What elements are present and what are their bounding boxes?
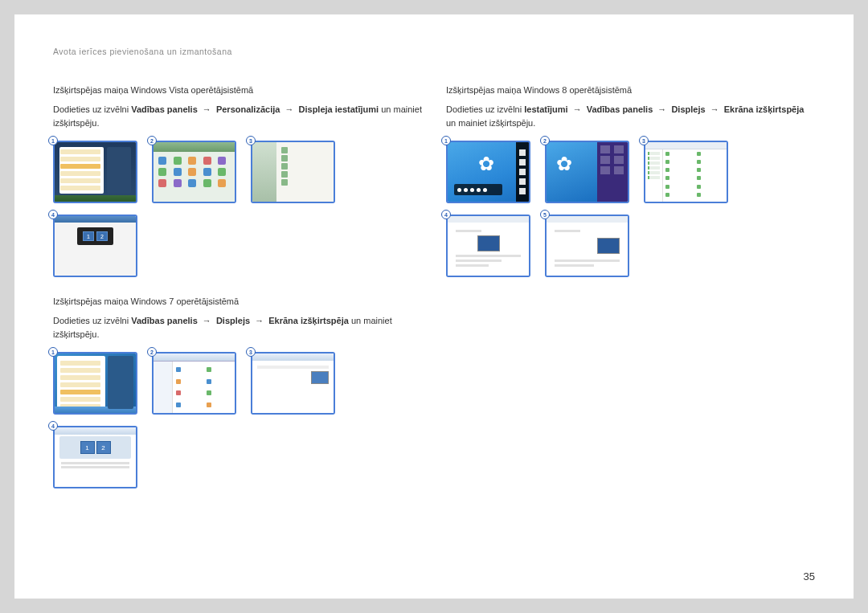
content-columns: Izšķirtspējas maiņa Windows Vista operēt… xyxy=(53,85,815,508)
screenshot-win7-resolution: 12 xyxy=(53,426,137,488)
win8-instr-prefix: Dodieties uz izvēlni xyxy=(446,104,524,114)
step-badge: 3 xyxy=(246,347,256,357)
step-badge: 3 xyxy=(639,136,649,145)
vista-thumb-3: 3 xyxy=(251,141,335,203)
win7-thumb-1: 1 xyxy=(53,352,137,415)
win7-title: Izšķirtspējas maiņa Windows 7 operētājsi… xyxy=(53,296,422,306)
vista-path-0: Vadības panelis xyxy=(131,104,198,114)
arrow-icon: → xyxy=(255,314,264,328)
vista-thumbs: 1 2 xyxy=(53,141,422,277)
vista-path-1: Personalizācija xyxy=(216,104,280,114)
win8-thumb-3: 3 xyxy=(644,141,728,203)
win8-path-3: Ekrāna izšķirtspēja xyxy=(724,104,805,114)
win7-thumb-4: 4 12 xyxy=(53,426,137,488)
screenshot-vista-controlpanel xyxy=(152,141,236,203)
win7-thumb-2: 2 xyxy=(152,352,236,415)
step-badge: 4 xyxy=(48,421,58,431)
step-badge: 1 xyxy=(48,347,58,357)
document-page: Avota ierīces pievienošana un izmantošan… xyxy=(14,14,854,599)
win8-path-2: Displejs xyxy=(671,104,705,114)
step-badge: 3 xyxy=(246,136,256,145)
screenshot-win8-charms xyxy=(446,141,530,203)
win7-path-0: Vadības panelis xyxy=(131,316,198,325)
vista-thumb-2: 2 xyxy=(152,141,236,203)
arrow-icon: → xyxy=(573,103,582,116)
vista-title: Izšķirtspējas maiņa Windows Vista operēt… xyxy=(53,85,422,95)
arrow-icon: → xyxy=(203,314,211,328)
screenshot-win8-settings xyxy=(545,141,629,203)
step-badge: 2 xyxy=(147,347,157,357)
win7-instr-prefix: Dodieties uz izvēlni xyxy=(53,316,131,325)
vista-thumb-4: 4 12 xyxy=(53,215,137,277)
win8-thumb-5: 5 xyxy=(545,215,629,277)
win8-thumb-4: 4 xyxy=(446,215,530,277)
page-number: 35 xyxy=(804,570,815,582)
screenshot-win7-display xyxy=(251,352,335,415)
screenshot-vista-personalize xyxy=(251,141,335,203)
win8-thumb-2: 2 xyxy=(545,141,629,203)
arrow-icon: → xyxy=(285,103,293,116)
win8-instr-suffix: un mainiet izšķirtspēju. xyxy=(446,118,535,128)
screenshot-win8-display xyxy=(446,215,530,277)
step-badge: 1 xyxy=(441,136,451,145)
arrow-icon: → xyxy=(710,103,719,116)
right-column: Izšķirtspējas maiņa Windows 8 operētājsi… xyxy=(446,85,815,508)
win8-instructions: Dodieties uz izvēlni Iestatījumi → Vadīb… xyxy=(446,103,815,129)
win7-path-1: Displejs xyxy=(216,316,250,325)
win8-thumb-1: 1 xyxy=(446,141,530,203)
screenshot-win7-controlpanel xyxy=(152,352,236,415)
arrow-icon: → xyxy=(203,103,211,116)
step-badge: 5 xyxy=(540,210,550,219)
page-header: Avota ierīces pievienošana un izmantošan… xyxy=(53,47,815,56)
screenshot-win7-startmenu xyxy=(53,352,137,415)
step-badge: 2 xyxy=(147,136,157,145)
win8-path-0: Iestatījumi xyxy=(524,104,567,114)
screenshot-vista-startmenu xyxy=(53,141,137,203)
win8-title: Izšķirtspējas maiņa Windows 8 operētājsi… xyxy=(446,85,815,95)
vista-thumb-1: 1 xyxy=(53,141,137,203)
step-badge: 1 xyxy=(48,136,58,145)
win7-path-2: Ekrāna izšķirtspēja xyxy=(268,316,349,325)
vista-path-2: Displeja iestatījumi xyxy=(299,104,379,114)
step-badge: 4 xyxy=(48,210,58,219)
screenshot-win8-resolution xyxy=(545,215,629,277)
step-badge: 4 xyxy=(441,210,451,219)
win7-thumbs: 1 2 xyxy=(53,352,422,488)
step-badge: 2 xyxy=(540,136,550,145)
win7-instructions: Dodieties uz izvēlni Vadības panelis → D… xyxy=(53,314,422,341)
vista-instr-prefix: Dodieties uz izvēlni xyxy=(53,104,131,114)
arrow-icon: → xyxy=(657,103,666,116)
vista-instructions: Dodieties uz izvēlni Vadības panelis → P… xyxy=(53,103,422,129)
win8-path-1: Vadības panelis xyxy=(587,104,653,114)
left-column: Izšķirtspējas maiņa Windows Vista operēt… xyxy=(53,85,422,508)
screenshot-vista-display: 12 xyxy=(53,215,137,277)
screenshot-win8-controlpanel xyxy=(644,141,728,203)
win7-thumb-3: 3 xyxy=(251,352,335,415)
win8-thumbs: 1 2 xyxy=(446,141,815,277)
